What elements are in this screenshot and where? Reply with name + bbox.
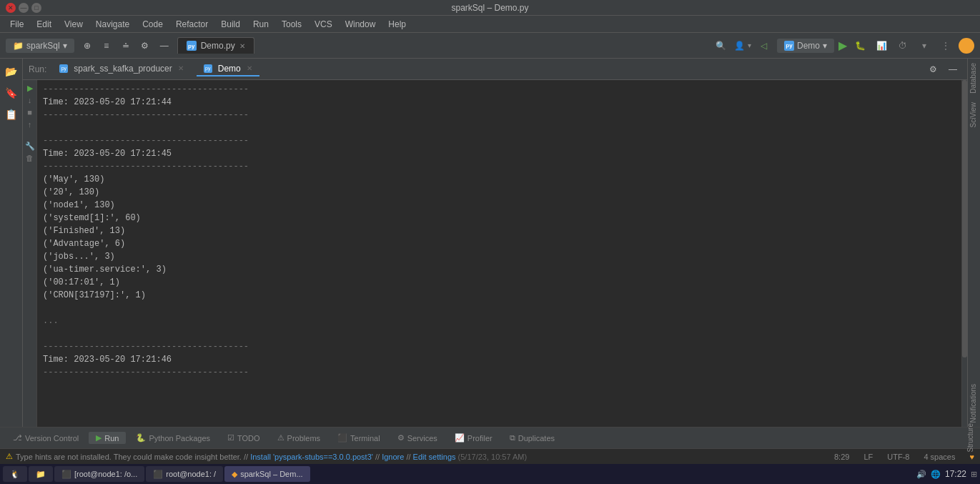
close-button[interactable]: ✕ [6,3,16,13]
tab-version-control[interactable]: ⎇ Version Control [6,432,86,444]
tab-demo[interactable]: py Demo ✕ [197,62,259,76]
sciview-panel-label[interactable]: SciView [968,98,980,132]
folder-icon: 📁 [13,41,24,51]
vertical-scrollbar[interactable] [961,80,967,427]
output-line-12: ('Advantage', 6) [43,237,956,250]
tab-python-packages[interactable]: 🐍 Python Packages [129,432,217,444]
demo-tab-label: Demo [218,64,241,74]
toolbar-diff-icon[interactable]: ≐ [117,37,134,54]
output-line-2: ---------------------------------------- [43,109,956,122]
menu-refactor[interactable]: Refactor [170,18,214,31]
menu-view[interactable]: View [59,18,89,31]
maximize-button[interactable]: □ [31,3,41,13]
project-dropdown[interactable]: 📁 sparkSql ▾ [6,39,74,53]
output-line-13: ('jobs...', 3) [43,250,956,263]
taskbar-right: 🔊 🌐 17:22 ⊞ [916,469,977,479]
back-icon[interactable]: ◁ [756,37,773,54]
run-trash-icon[interactable]: 🗑 [25,153,35,163]
hint-date: (5/17/23, 10:57 AM) [458,453,528,461]
editor-tab-demo[interactable]: py Demo.py ✕ [177,37,254,54]
menu-window[interactable]: Window [340,18,382,31]
database-panel-label[interactable]: Database [968,59,980,98]
edit-settings-link[interactable]: Edit settings [413,453,456,461]
sidebar-icon-project[interactable]: 📂 [1,61,21,82]
sidebar-icon-bookmark[interactable]: 🔖 [1,83,21,103]
tab-profiler[interactable]: 📈 Profiler [447,432,500,444]
profile-icon[interactable]: ⏱ [894,37,911,54]
ignore-link[interactable]: Ignore [382,453,404,461]
run-up-icon[interactable]: ↑ [25,119,35,129]
more-run-icon[interactable]: ▾ [916,37,933,54]
tab-run[interactable]: ▶ Run [89,432,126,444]
sound-icon[interactable]: 🔊 [916,470,926,479]
tab-demo-label: Demo.py [201,41,235,51]
files-icon: 📁 [36,470,46,479]
output-line-5: Time: 2023-05-20 17:21:45 [43,147,956,160]
git-icon: ⎇ [13,433,22,443]
spark-tab-close[interactable]: ✕ [178,64,184,72]
toolbar-add-icon[interactable]: ⊕ [79,37,96,54]
taskbar-start[interactable]: 🐧 [3,466,27,482]
tab-services[interactable]: ⚙ Services [390,432,445,444]
run-area: 📂 🔖 📋 Run: py spark_ss_kafka_producer ✕ … [0,59,980,427]
user-icon[interactable]: 👤 [734,41,745,51]
window-title: sparkSql – Demo.py [451,3,528,13]
hint-warning-icon: ⚠ [6,452,13,461]
run-config-dropdown[interactable]: py Demo ▾ [777,39,834,53]
window-controls[interactable]: ✕ — □ [6,3,41,13]
output-line-21: Time: 2023-05-20 17:21:46 [43,353,956,366]
user-chevron[interactable]: ▾ [748,41,751,49]
coverage-icon[interactable]: 📊 [873,37,890,54]
run-close-icon[interactable]: — [944,61,961,78]
taskbar-sparksql[interactable]: ◆ sparkSql – Dem... [224,466,310,482]
scrollbar-thumb[interactable] [962,80,967,357]
demo-tab-close[interactable]: ✕ [247,64,252,72]
run-tab-icon-bottom: ▶ [96,433,102,443]
taskbar-terminal-2[interactable]: ⬛ root@node1: / [146,466,223,482]
run-button[interactable]: ▶ [838,39,847,52]
output-line-1: Time: 2023-05-20 17:21:44 [43,96,956,109]
demo-tab-icon: py [204,64,212,73]
run-down-icon[interactable]: ↓ [25,95,35,105]
duplicates-icon: ⧉ [510,433,515,443]
sidebar-icon-structure[interactable]: 📋 [1,104,21,124]
taskbar-extra-icon[interactable]: ⊞ [971,470,977,479]
toolbar-list-icon[interactable]: ≡ [98,37,115,54]
structure-side-label[interactable]: Structure [966,423,974,453]
minimize-button[interactable]: — [19,3,29,13]
menu-file[interactable]: File [4,18,29,31]
tab-problems[interactable]: ⚠ Problems [270,432,327,444]
vcs-icon[interactable]: ⋮ [937,37,954,54]
menu-build[interactable]: Build [215,18,246,31]
tab-terminal[interactable]: ⬛ Terminal [330,432,387,444]
avatar[interactable] [959,38,974,54]
run-play-icon[interactable]: ▶ [25,83,35,93]
menu-edit[interactable]: Edit [31,18,57,31]
taskbar-terminal-1-label: [root@node1: /o... [74,470,137,478]
notifications-panel-label[interactable]: Notifications [968,380,980,427]
menu-help[interactable]: Help [382,18,412,31]
tab-close-icon[interactable]: ✕ [239,42,245,50]
tab-spark-producer[interactable]: py spark_ss_kafka_producer ✕ [52,62,190,76]
menu-navigate[interactable]: Navigate [90,18,135,31]
menu-code[interactable]: Code [137,18,169,31]
menu-tools[interactable]: Tools [276,18,307,31]
taskbar-terminal-1[interactable]: ⬛ [root@node1: /o... [54,466,144,482]
output-line-19 [43,327,956,340]
spark-tab-icon: py [59,64,68,73]
taskbar-files[interactable]: 📁 [29,466,53,482]
network-icon[interactable]: 🌐 [931,470,941,479]
bottom-toolbar: ⎇ Version Control ▶ Run 🐍 Python Package… [0,427,980,448]
search-icon[interactable]: 🔍 [713,37,730,54]
menu-vcs[interactable]: VCS [309,18,338,31]
run-settings-icon[interactable]: ⚙ [924,61,941,78]
tab-todo[interactable]: ☑ TODO [220,432,267,444]
run-wrench-icon[interactable]: 🔧 [25,141,35,151]
toolbar-settings-icon[interactable]: ⚙ [137,37,154,54]
run-stop-icon[interactable]: ■ [25,107,35,117]
debug-icon[interactable]: 🐛 [851,37,868,54]
tab-duplicates[interactable]: ⧉ Duplicates [503,432,562,444]
install-link[interactable]: Install 'pyspark-stubs==3.0.0.post3' [250,453,373,461]
menu-run[interactable]: Run [247,18,274,31]
toolbar-minus-icon[interactable]: — [156,37,173,54]
